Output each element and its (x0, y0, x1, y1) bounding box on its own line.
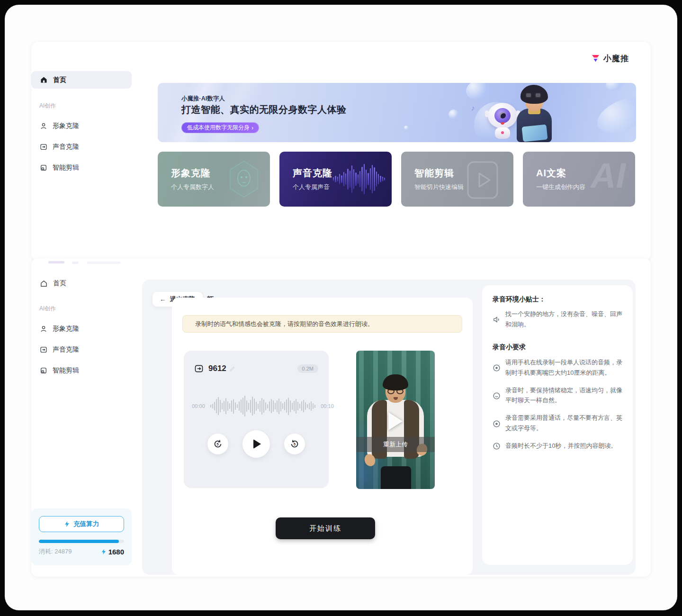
sidebar-item-avatar-clone[interactable]: 形象克隆 (31, 323, 132, 335)
back-arrow-icon: ← (160, 296, 166, 303)
consumed-value: 24879 (54, 548, 72, 555)
tip-text: 找一个安静的地方，没有杂音、噪音、回声和混响。 (505, 309, 623, 330)
speaker-icon (493, 310, 501, 330)
recharge-button[interactable]: 充值算力 (39, 516, 124, 532)
file-size-badge: 0.2M (297, 364, 318, 373)
card-subtitle: 一键生成创作内容 (536, 183, 585, 191)
sidebar-item-home[interactable]: 首页 (31, 71, 132, 89)
face-icon (493, 386, 501, 406)
sidebar-item-label: 声音克隆 (53, 143, 79, 151)
cropped-text-artifact (87, 262, 120, 264)
card-subtitle: 个人专属数字人 (171, 183, 214, 191)
credits-progress (39, 540, 124, 543)
home-window: 小魔推 首页 AI创作 形象克隆 声音克隆 智能剪辑 (31, 42, 651, 261)
tip-item: 找一个安静的地方，没有杂音、噪音、回声和混响。 (493, 309, 623, 330)
person-icon (40, 122, 47, 130)
sidebar-item-voice-clone[interactable]: 声音克隆 (31, 344, 132, 356)
reupload-label: 重新上传 (383, 440, 408, 449)
tips-env-title: 录音环境小贴士： (493, 295, 546, 304)
sidebar-item-label: 声音克隆 (53, 345, 79, 354)
sidebar-item-label: 形象克隆 (53, 325, 79, 333)
sidebar-item-home[interactable]: 首页 (31, 277, 132, 290)
svg-text:5: 5 (294, 442, 296, 446)
recharge-label: 充值算力 (73, 520, 99, 528)
sidebar-item-label: 首页 (53, 279, 66, 288)
tip-text: 录音时，要保持情绪稳定，语速均匀，就像平时聊天一样自然。 (505, 385, 623, 406)
play-icon (253, 439, 261, 449)
tip-item: 请用手机在线录制一段单人说话的音频，录制时手机要离嘴巴大约10厘米的距离。 (493, 357, 623, 378)
sidebar-item-label: 形象克隆 (53, 122, 79, 130)
tip-text: 录音需要采用普通话，尽量不要有方言、英文或字母等。 (505, 413, 623, 434)
home-icon (40, 280, 48, 288)
face-hologram-icon (228, 160, 260, 198)
music-note-icon: ♪ (471, 104, 475, 112)
sidebar-section-label: AI创作 (39, 305, 56, 313)
banner-cta-button[interactable]: 低成本使用数字无限分身 › (181, 122, 259, 133)
waveform-graphic (333, 161, 385, 197)
balance-value: 1680 (101, 548, 124, 556)
sidebar-item-smart-edit[interactable]: 智能剪辑 (31, 364, 132, 377)
consumed-text: 消耗: 24879 (39, 547, 72, 556)
rewind-5s-button[interactable]: 5 (207, 434, 228, 454)
sidebar-item-voice-clone[interactable]: 声音克隆 (31, 141, 132, 153)
sidebar-item-label: 智能剪辑 (53, 163, 79, 172)
sidebar-item-avatar-clone[interactable]: 形象克隆 (31, 120, 132, 132)
voice-clone-main-panel: ← 退出克隆 频 录制时的语气和情感也会被克隆，请按期望的音色效果进行朗读。 9… (142, 280, 636, 575)
voice-clone-icon (40, 346, 47, 353)
tip-item: 录音需要采用普通话，尽量不要有方言、英文或字母等。 (493, 413, 623, 434)
sidebar-item-smart-edit[interactable]: 智能剪辑 (31, 162, 132, 174)
video-play-icon[interactable] (388, 412, 403, 430)
voice-clone-window: 首页 AI创作 形象克隆 声音克隆 智能剪辑 (31, 258, 651, 577)
edit-icon[interactable] (229, 366, 235, 372)
forward-5s-button[interactable]: 5 (284, 434, 305, 454)
reupload-button[interactable]: 重新上传 (356, 437, 435, 452)
start-training-button[interactable]: 开始训练 (276, 517, 375, 539)
card-title: AI文案 (536, 167, 566, 180)
power-icon (64, 521, 70, 527)
time-current: 00:00 (190, 403, 206, 409)
tip-text: 音频时长不少于10秒，并按照内容朗读。 (505, 441, 617, 451)
chevron-right-icon: › (251, 125, 253, 131)
tip-item: 录音时，要保持情绪稳定，语速均匀，就像平时聊天一样自然。 (493, 385, 623, 406)
clock-icon (493, 442, 501, 451)
feature-card-voice-clone[interactable]: 声音克隆 个人专属声音 (279, 152, 392, 207)
record-icon (493, 358, 501, 378)
boy-illustration (514, 85, 555, 142)
voice-file-icon (194, 364, 204, 373)
credits-panel: 充值算力 消耗: 24879 1680 (31, 508, 132, 565)
card-title: 智能剪辑 (414, 167, 454, 180)
video-preview[interactable]: 重新上传 (356, 351, 435, 489)
brand-logo[interactable]: 小魔推 (591, 53, 629, 64)
tips-panel: 录音环境小贴士： 找一个安静的地方，没有杂音、噪音、回声和混响。 录音小要求 (482, 285, 633, 565)
feature-card-smart-edit[interactable]: 智能剪辑 智能切片快速编辑 (401, 152, 513, 207)
time-total: 00:10 (319, 403, 335, 409)
banner-bubble (592, 91, 636, 140)
device-frame: 小魔推 首页 AI创作 形象克隆 声音克隆 智能剪辑 (0, 0, 682, 616)
audio-file-name: 9612 (208, 364, 226, 373)
brand-logo-icon (591, 54, 600, 63)
play-button[interactable] (242, 430, 270, 458)
banner-title: 打造智能、真实的无限分身数字人体验 (181, 103, 347, 116)
tip-item: 音频时长不少于10秒，并按照内容朗读。 (493, 441, 623, 451)
card-subtitle: 个人专属声音 (293, 183, 330, 191)
smart-edit-icon (40, 367, 47, 374)
notice-banner: 录制时的语气和情感也会被克隆，请按期望的音色效果进行朗读。 (182, 315, 462, 333)
svg-text:5: 5 (216, 442, 219, 446)
tips-req-title: 录音小要求 (493, 343, 526, 352)
hero-banner: ♪ 小魔推·AI数字人 打造智能、真实的无限分 (158, 83, 636, 142)
ai-glyph: AI (591, 155, 626, 196)
recording-content-card: 录制时的语气和情感也会被克隆，请按期望的音色效果进行朗读。 9612 0.2M (172, 298, 473, 575)
app-canvas: 小魔推 首页 AI创作 形象克隆 声音克隆 智能剪辑 (5, 5, 677, 610)
cropped-text-artifact (72, 262, 79, 264)
credits-progress-fill (39, 540, 119, 543)
card-subtitle: 智能切片快速编辑 (414, 183, 464, 191)
play-video-icon (464, 160, 501, 200)
banner-bubble (404, 126, 409, 130)
feature-card-ai-copy[interactable]: AI AI文案 一键生成创作内容 (523, 152, 635, 207)
cropped-text-artifact (48, 261, 64, 263)
audio-waveform (210, 393, 315, 419)
feature-card-avatar-clone[interactable]: 形象克隆 个人专属数字人 (158, 152, 270, 207)
sidebar-item-label: 智能剪辑 (53, 366, 79, 375)
card-title: 形象克隆 (171, 167, 211, 180)
banner-bubble (604, 83, 627, 93)
